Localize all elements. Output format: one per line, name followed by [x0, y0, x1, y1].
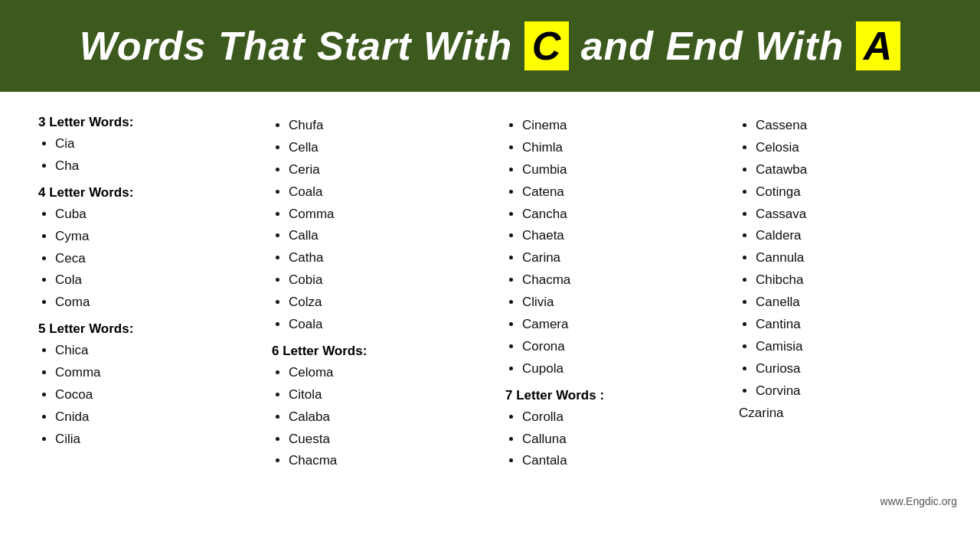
list-item: Cannula — [756, 247, 942, 269]
word-list-0-2: ChicaCommaCocoaCnidaCilia — [38, 340, 241, 450]
list-item: Colza — [289, 292, 475, 314]
list-item: Canella — [756, 292, 942, 314]
list-item: Chica — [55, 340, 241, 362]
page-title: Words That Start With C and End With A — [31, 21, 949, 70]
list-item: Calla — [289, 225, 475, 247]
content-area: 3 Letter Words:CiaCha4 Letter Words:Cuba… — [0, 92, 980, 491]
word-list-3-0: CassenaCelosiaCatawbaCotingaCassavaCalde… — [739, 115, 942, 403]
list-item: Corvina — [756, 380, 942, 403]
list-item: Celoma — [289, 362, 475, 384]
list-item: Cocoa — [55, 384, 241, 406]
list-item: Cia — [55, 133, 241, 155]
word-list-2-0: CinemaChimlaCumbiaCatenaCanchaChaetaCari… — [505, 115, 708, 380]
section-heading-0-2: 5 Letter Words: — [38, 321, 241, 337]
list-item: Corona — [522, 336, 708, 358]
list-item: Comma — [55, 362, 241, 384]
list-item: Catena — [522, 181, 708, 204]
title-middle: and End With — [581, 24, 844, 68]
footer: www.Engdic.org — [0, 491, 980, 514]
list-item: Calluna — [522, 429, 708, 451]
list-item: Cantina — [756, 314, 942, 336]
column-4: CassenaCelosiaCatawbaCotingaCassavaCalde… — [731, 107, 949, 475]
list-item: Carina — [522, 247, 708, 269]
list-item: Cinema — [522, 115, 708, 137]
word-list-1-1: CelomaCitolaCalabaCuestaChacma — [272, 362, 475, 472]
list-item: Coma — [55, 292, 241, 314]
section-heading-1-1: 6 Letter Words: — [272, 344, 475, 359]
list-item: Caldera — [756, 225, 942, 247]
word-list-0-0: CiaCha — [38, 133, 241, 178]
list-item: Chibcha — [756, 269, 942, 292]
list-item: Comma — [289, 204, 475, 226]
list-item: Camera — [522, 314, 708, 336]
list-item: Calaba — [289, 406, 475, 429]
website-url: www.Engdic.org — [880, 495, 957, 507]
list-item: Cola — [55, 269, 241, 292]
list-item: Curiosa — [756, 358, 942, 380]
list-item: Corolla — [522, 406, 708, 429]
highlight-c: C — [524, 21, 570, 70]
highlight-a: A — [856, 21, 901, 70]
list-item: Chacma — [289, 450, 475, 472]
section-heading-2-1: 7 Letter Words : — [505, 388, 708, 403]
list-item: Ceca — [55, 248, 241, 270]
list-item: Cuba — [55, 204, 241, 226]
list-item: Coala — [289, 314, 475, 336]
word-list-2-1: CorollaCallunaCantala — [505, 406, 708, 473]
list-item: Coala — [289, 181, 475, 204]
extra-word: Czarina — [739, 406, 942, 421]
list-item: Cobia — [289, 269, 475, 292]
list-item: Chufa — [289, 115, 475, 137]
list-item: Cassava — [756, 204, 942, 226]
list-item: Cuesta — [289, 429, 475, 451]
list-item: Cantala — [522, 450, 708, 472]
list-item: Cassena — [756, 115, 942, 137]
list-item: Chacma — [522, 269, 708, 292]
list-item: Cotinga — [756, 181, 942, 204]
list-item: Cumbia — [522, 159, 708, 181]
column-3: CinemaChimlaCumbiaCatenaCanchaChaetaCari… — [498, 107, 716, 475]
title-prefix: Words That Start With — [80, 24, 513, 68]
list-item: Chimla — [522, 137, 708, 159]
list-item: Clivia — [522, 292, 708, 314]
list-item: Cupola — [522, 358, 708, 380]
list-item: Catha — [289, 247, 475, 269]
list-item: Citola — [289, 384, 475, 406]
list-item: Cilia — [55, 429, 241, 451]
list-item: Chaeta — [522, 225, 708, 247]
list-item: Ceria — [289, 159, 475, 181]
page-header: Words That Start With C and End With A — [0, 0, 980, 92]
list-item: Camisia — [756, 336, 942, 358]
list-item: Cancha — [522, 204, 708, 226]
word-list-0-1: CubaCymaCecaColaComa — [38, 204, 241, 314]
column-1: 3 Letter Words:CiaCha4 Letter Words:Cuba… — [31, 107, 249, 475]
word-list-1-0: ChufaCellaCeriaCoalaCommaCallaCathaCobia… — [272, 115, 475, 336]
list-item: Cella — [289, 137, 475, 159]
section-heading-0-0: 3 Letter Words: — [38, 115, 241, 130]
list-item: Cnida — [55, 406, 241, 429]
list-item: Catawba — [756, 159, 942, 181]
list-item: Celosia — [756, 137, 942, 159]
list-item: Cyma — [55, 226, 241, 248]
list-item: Cha — [55, 155, 241, 178]
column-2: ChufaCellaCeriaCoalaCommaCallaCathaCobia… — [264, 107, 482, 475]
section-heading-0-1: 4 Letter Words: — [38, 185, 241, 201]
